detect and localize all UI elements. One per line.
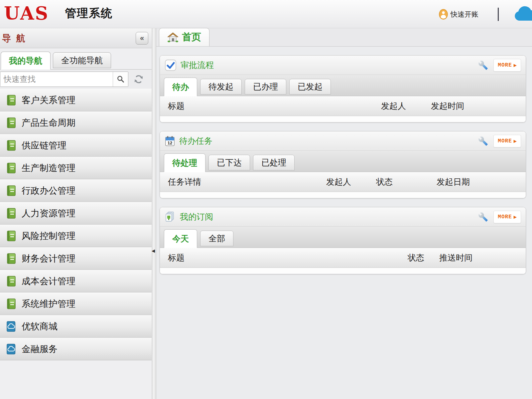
sidebar-item-label: 客户关系管理 [22, 94, 75, 106]
sidebar-title: 导 航 [0, 32, 27, 44]
panel-subscriptions-header: 我的订阅 MORE ▶ [160, 207, 526, 227]
calendar-icon: 12 [165, 135, 175, 147]
book-icon [6, 162, 16, 174]
quick-account-link[interactable]: 快速开账 [439, 9, 478, 20]
cloud-book-icon [6, 343, 16, 355]
tab-all-functions[interactable]: 全功能导航 [53, 52, 111, 68]
panel-settings-button[interactable] [478, 136, 488, 146]
search-box [0, 72, 128, 87]
panel-footer [160, 268, 526, 274]
page-tab-strip: 首页 [156, 28, 532, 47]
book-icon [6, 117, 16, 129]
dashboard-content: 审批流程 MORE ▶ 待办 待发起 已办理 已发起 标题 [156, 47, 532, 274]
book-icon [6, 276, 16, 287]
tab-todo[interactable]: 待办 [164, 78, 197, 96]
book-icon [6, 253, 16, 265]
sidebar-item-scm[interactable]: 供应链管理 [0, 134, 152, 157]
tab-pending[interactable]: 待处理 [164, 153, 205, 172]
home-icon [167, 32, 179, 43]
sidebar-collapse-button[interactable]: « [136, 32, 148, 45]
sidebar-item-hr[interactable]: 人力资源管理 [0, 202, 152, 225]
column-title: 标题 [160, 252, 408, 263]
search-input[interactable] [0, 72, 113, 87]
column-task-detail: 任务详情 [160, 176, 326, 187]
sidebar-tabs: 我的导航 全功能导航 [0, 48, 152, 70]
wrench-icon [478, 136, 488, 146]
tab-handled[interactable]: 已办理 [245, 79, 286, 95]
uas-logo: UAS [4, 3, 49, 23]
subscription-icon [165, 211, 176, 223]
column-title: 标题 [160, 100, 381, 111]
more-button[interactable]: MORE ▶ [493, 211, 521, 223]
sidebar-item-manufacturing[interactable]: 生产制造管理 [0, 157, 152, 179]
sidebar-item-financial-services[interactable]: 金融服务 [0, 338, 152, 360]
book-icon [6, 298, 16, 310]
book-icon [6, 230, 16, 242]
panel-title: 待办任务 [179, 135, 212, 146]
wrench-icon [478, 60, 488, 71]
topbar-right: 快速开账 [439, 0, 532, 28]
book-icon [6, 185, 16, 197]
sidebar-item-system-maintenance[interactable]: 系统维护管理 [0, 293, 152, 315]
sidebar-item-cost-accounting[interactable]: 成本会计管理 [0, 270, 152, 293]
sidebar-item-crm[interactable]: 客户关系管理 [0, 89, 152, 111]
more-label: MORE [498, 62, 512, 68]
tab-to-initiate[interactable]: 待发起 [200, 79, 242, 95]
column-initiator: 发起人 [381, 100, 431, 111]
panel-title: 审批流程 [181, 60, 214, 71]
cloud-icon[interactable] [513, 6, 532, 23]
sidebar-item-label: 财务会计管理 [22, 253, 75, 265]
quick-account-label: 快速开账 [451, 10, 478, 19]
sidebar-item-list: 客户关系管理 产品生命周期 供应链管理 生产制造管理 行政办公管理 [0, 89, 152, 360]
search-button[interactable] [113, 72, 128, 87]
sidebar-item-label: 优软商城 [22, 320, 58, 332]
sidebar-item-label: 系统维护管理 [22, 298, 75, 310]
book-icon [6, 208, 16, 219]
column-status: 状态 [408, 252, 439, 263]
more-label: MORE [498, 138, 512, 144]
column-status: 状态 [376, 176, 437, 187]
splitter-collapse-arrow[interactable]: ◀ [152, 249, 155, 253]
more-button[interactable]: MORE ▶ [493, 135, 521, 147]
more-button[interactable]: MORE ▶ [493, 59, 521, 72]
sidebar-splitter[interactable]: ◀ [152, 28, 156, 399]
panel-approval-flow: 审批流程 MORE ▶ 待办 待发起 已办理 已发起 标题 [160, 55, 526, 122]
panel-settings-button[interactable] [478, 60, 488, 71]
book-icon [6, 95, 16, 106]
sidebar-item-plm[interactable]: 产品生命周期 [0, 111, 152, 134]
panel-my-subscriptions: 我的订阅 MORE ▶ 今天 全部 标题 状态 推送时间 [160, 207, 526, 274]
tab-initiated[interactable]: 已发起 [289, 79, 331, 95]
panel-todo-tasks: 12 待办任务 MORE ▶ 待处理 已下达 已处理 [160, 131, 526, 198]
panel-subscriptions-tabs: 今天 全部 [160, 227, 526, 248]
tab-home[interactable]: 首页 [159, 28, 209, 46]
tab-processed[interactable]: 已处理 [253, 155, 295, 170]
sidebar-item-label: 供应链管理 [22, 139, 66, 151]
panel-settings-button[interactable] [478, 212, 488, 222]
sidebar-item-label: 生产制造管理 [22, 162, 75, 174]
panel-approval-tabs: 待办 待发起 已办理 已发起 [160, 75, 526, 96]
panel-title: 我的订阅 [180, 211, 213, 222]
tab-all[interactable]: 全部 [200, 231, 233, 246]
more-arrow-icon: ▶ [514, 63, 517, 68]
more-arrow-icon: ▶ [514, 215, 517, 219]
sidebar-item-label: 产品生命周期 [22, 117, 75, 129]
refresh-button[interactable] [134, 74, 144, 84]
sidebar-item-label: 金融服务 [22, 343, 58, 355]
tab-my-navigation[interactable]: 我的导航 [1, 52, 51, 70]
wrench-icon [478, 212, 488, 222]
sidebar-item-financial-accounting[interactable]: 财务会计管理 [0, 247, 152, 270]
panel-tasks-header: 12 待办任务 MORE ▶ [160, 131, 526, 151]
sidebar-item-mall[interactable]: 优软商城 [0, 315, 152, 338]
panel-footer [160, 116, 526, 122]
sidebar-item-risk-control[interactable]: 风险控制管理 [0, 225, 152, 247]
sidebar-item-office-admin[interactable]: 行政办公管理 [0, 179, 152, 202]
top-header: UAS 管理系统 快速开账 [0, 0, 532, 28]
tab-today[interactable]: 今天 [164, 229, 197, 248]
panel-footer [160, 192, 526, 198]
main-area: 首页 审批流程 MORE [156, 28, 532, 399]
tab-issued[interactable]: 已下达 [208, 155, 250, 170]
approval-table-header: 标题 发起人 发起时间 [160, 96, 526, 116]
panel-approval-header: 审批流程 MORE ▶ [160, 56, 526, 75]
panel-tasks-tabs: 待处理 已下达 已处理 [160, 151, 526, 172]
column-push-time: 推送时间 [439, 252, 526, 263]
